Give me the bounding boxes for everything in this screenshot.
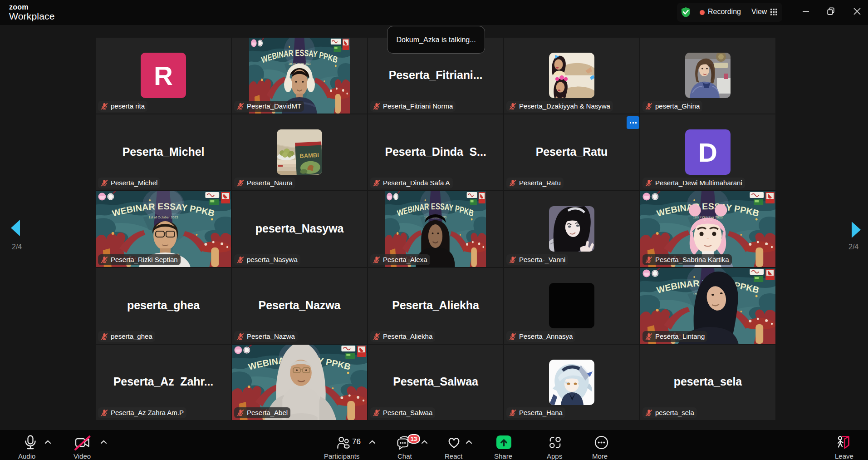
svg-text:BAMBI: BAMBI	[299, 152, 319, 159]
